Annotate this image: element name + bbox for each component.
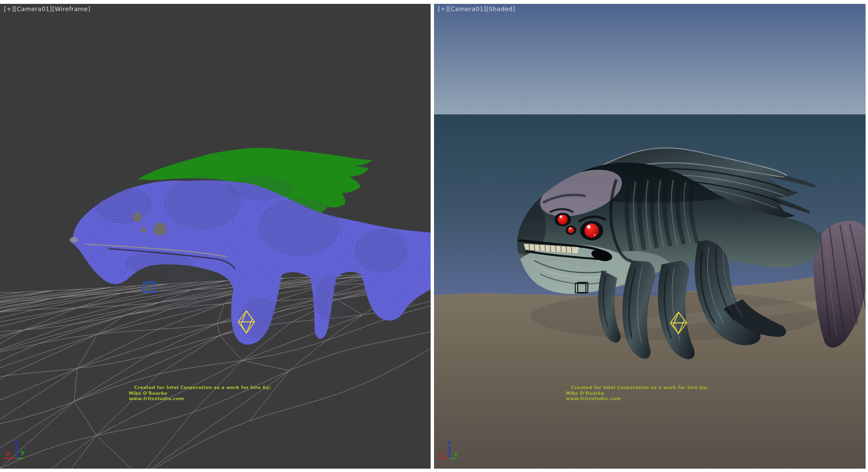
scene-watermark-text: Created for Intel Corporation as a work … xyxy=(566,385,708,402)
viewport-label: [+][Camera01][Shaded] xyxy=(438,5,515,13)
viewport-menu-general[interactable]: [+] xyxy=(438,5,448,13)
axis-x-label: x xyxy=(439,451,443,457)
world-axis-tripod: x y z xyxy=(435,438,466,466)
viewport-wireframe[interactable]: [+][Camera01][Wireframe] xyxy=(0,4,431,469)
viewport-menu-shading[interactable]: [Shaded] xyxy=(486,5,515,13)
axis-x-label: X xyxy=(6,451,10,457)
viewport-menu-general[interactable]: [+] xyxy=(4,5,14,13)
axis-z-label: z xyxy=(448,439,450,445)
axis-y-label: Y xyxy=(20,450,25,457)
scene-watermark-text: Created for Intel Corporation as a work … xyxy=(129,385,271,402)
viewport-shaded[interactable]: [+][Camera01][Shaded] xyxy=(434,4,866,469)
fish-snout xyxy=(69,237,78,243)
sky xyxy=(434,4,866,114)
axis-y-label: y xyxy=(454,450,458,457)
world-axis-tripod: X Y Z xyxy=(1,438,32,466)
viewport-label: [+][Camera01][Wireframe] xyxy=(4,5,91,13)
viewport-menu-camera[interactable]: [Camera01] xyxy=(448,5,486,13)
viewport-menu-camera[interactable]: [Camera01] xyxy=(14,5,52,13)
viewport-menu-shading[interactable]: [Wireframe] xyxy=(52,5,90,13)
axis-z-label: Z xyxy=(14,439,18,445)
dual-viewport-canvas: [+][Camera01][Wireframe] xyxy=(0,0,868,472)
